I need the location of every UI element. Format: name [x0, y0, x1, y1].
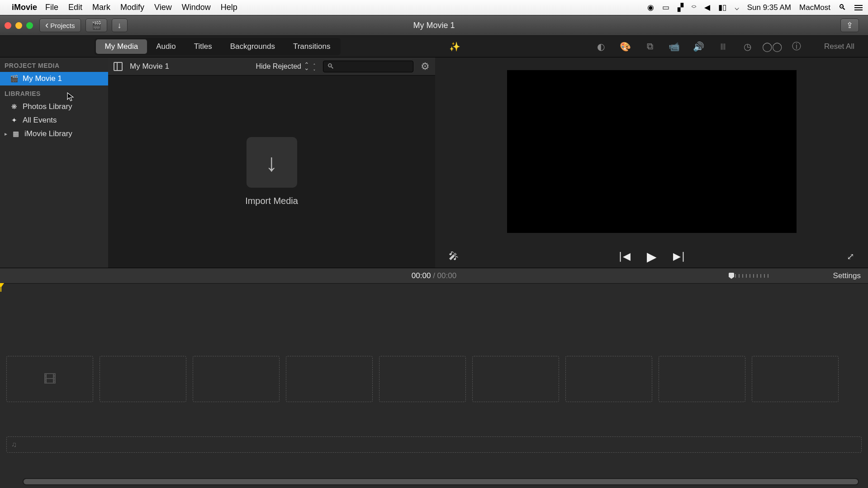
star-icon: ✦	[10, 116, 18, 124]
clock[interactable]: Sun 9:35 AM	[747, 3, 791, 12]
time-separator: /	[431, 271, 437, 280]
tab-titles[interactable]: Titles	[185, 39, 221, 54]
clapperboard-icon: 🎬	[91, 20, 101, 30]
app-menu[interactable]: iMovie	[12, 3, 37, 12]
clip-filter-dropdown[interactable]: Hide Rejected ⌃⌄	[256, 62, 316, 71]
flower-icon: ❋	[10, 103, 18, 111]
photos-icon[interactable]: ▞	[678, 3, 683, 12]
next-frame-button[interactable]: ▶∣	[673, 251, 686, 262]
volume-icon[interactable]: ◀	[704, 3, 710, 12]
menu-file[interactable]: File	[45, 3, 58, 12]
play-button[interactable]: ▶	[647, 249, 657, 264]
sidebar-item-photos-library[interactable]: ❋ Photos Library	[0, 100, 108, 114]
microphone-icon: 🎤︎	[449, 251, 459, 262]
clapperboard-icon: 🎬	[10, 75, 18, 83]
voiceover-button[interactable]: 🎤︎	[449, 251, 459, 262]
empty-clip-placeholder[interactable]	[752, 356, 839, 402]
adjustment-toolbar: ✨ ◐ 🎨 ⧉ 📹 🔊 ⫼ ◷ ◯◯ ⓘ Reset All	[435, 41, 868, 52]
stabilization-icon[interactable]: 📹	[669, 41, 680, 52]
record-icon[interactable]: ◉	[647, 3, 654, 12]
main-area: PROJECT MEDIA 🎬 My Movie 1 LIBRARIES ❋ P…	[0, 57, 868, 268]
fullscreen-button[interactable]: ⤢	[847, 251, 854, 262]
color-correction-icon[interactable]: 🎨	[620, 41, 631, 52]
crop-icon[interactable]: ⧉	[644, 41, 656, 52]
sidebar-item-imovie-library[interactable]: ▦ iMovie Library	[0, 127, 108, 141]
import-media-button[interactable]: ↓ Import Media	[245, 137, 298, 206]
filter-label: Hide Rejected	[256, 62, 302, 71]
reset-all-button[interactable]: Reset All	[824, 42, 854, 51]
wifi-icon[interactable]: ⌵	[735, 3, 739, 12]
empty-clip-placeholder[interactable]	[659, 356, 745, 402]
menu-edit[interactable]: Edit	[68, 3, 82, 12]
empty-clip-placeholder[interactable]	[100, 356, 186, 402]
timeline-settings-button[interactable]: Settings	[833, 271, 861, 280]
zoom-slider[interactable]	[729, 273, 768, 279]
noise-reduction-icon[interactable]: ⫼	[717, 41, 729, 52]
clip-filter-icon[interactable]: ◯◯	[766, 41, 778, 52]
timeline[interactable]: 🎞 ♫	[0, 284, 868, 488]
menu-window[interactable]: Window	[182, 3, 211, 12]
color-balance-icon[interactable]: ◐	[595, 41, 607, 52]
sidebar-item-all-events[interactable]: ✦ All Events	[0, 114, 108, 127]
tab-my-media[interactable]: My Media	[96, 39, 147, 54]
tab-audio[interactable]: Audio	[147, 39, 185, 54]
volume-adjust-icon[interactable]: 🔊	[693, 41, 705, 52]
search-input[interactable]: 🔍︎	[323, 61, 413, 72]
empty-clip-placeholder[interactable]	[193, 356, 280, 402]
expand-icon: ⤢	[847, 251, 854, 261]
sidebar-toggle-icon[interactable]	[114, 62, 123, 71]
minimize-window-button[interactable]	[15, 22, 22, 29]
bluetooth-icon[interactable]: ⌔	[692, 3, 696, 12]
tab-transitions[interactable]: Transitions	[284, 39, 340, 54]
spotlight-icon[interactable]: 🔍︎	[839, 3, 846, 12]
menu-modify[interactable]: Modify	[120, 3, 144, 12]
playhead[interactable]	[0, 284, 1, 292]
settings-gear-icon[interactable]: ⚙	[421, 61, 430, 72]
share-icon: ⇪	[846, 20, 853, 30]
speed-icon[interactable]: ◷	[742, 41, 754, 52]
close-window-button[interactable]	[5, 22, 11, 29]
menu-mark[interactable]: Mark	[92, 3, 110, 12]
tab-backgrounds[interactable]: Backgrounds	[221, 39, 284, 54]
music-note-icon: ♫	[11, 441, 17, 449]
audio-track[interactable]: ♫	[6, 436, 862, 453]
zoom-thumb[interactable]	[729, 273, 734, 279]
window-controls	[5, 22, 33, 29]
enhance-icon[interactable]: ✨	[449, 41, 460, 52]
prev-frame-button[interactable]: ∣◀	[618, 251, 631, 262]
display-icon[interactable]: ▭	[662, 3, 669, 12]
playback-controls: 🎤︎ ∣◀ ▶ ▶∣ ⤢	[435, 245, 868, 268]
browser-title: My Movie 1	[130, 62, 169, 71]
grid-icon: ▦	[12, 130, 20, 138]
empty-clip-placeholder[interactable]: 🎞	[6, 356, 93, 402]
share-button[interactable]: ⇪	[840, 19, 859, 32]
empty-clip-placeholder[interactable]	[472, 356, 559, 402]
sidebar-item-label: My Movie 1	[23, 74, 62, 83]
sidebar-item-my-movie[interactable]: 🎬 My Movie 1	[0, 72, 108, 85]
menu-help[interactable]: Help	[221, 3, 237, 12]
video-track[interactable]: 🎞	[6, 356, 862, 402]
macos-menubar: iMovie File Edit Mark Modify View Window…	[0, 0, 868, 15]
scrollbar-thumb[interactable]	[24, 479, 858, 484]
fullscreen-window-button[interactable]	[26, 22, 33, 29]
search-icon: 🔍︎	[327, 62, 334, 71]
library-view-button[interactable]: 🎬	[85, 19, 107, 32]
empty-clip-placeholder[interactable]	[565, 356, 652, 402]
download-icon: ↓	[118, 21, 122, 30]
info-icon[interactable]: ⓘ	[791, 41, 802, 52]
projects-back-button[interactable]: Projects	[39, 19, 81, 32]
zoom-ticks	[735, 274, 768, 278]
horizontal-scrollbar[interactable]	[23, 478, 859, 485]
user-name[interactable]: MacMost	[799, 3, 830, 12]
empty-clip-placeholder[interactable]	[379, 356, 466, 402]
menu-view[interactable]: View	[154, 3, 172, 12]
media-tabs: My Media Audio Titles Backgrounds Transi…	[95, 38, 341, 55]
battery-icon[interactable]: ▮▯	[718, 3, 726, 12]
browser-header: My Movie 1 Hide Rejected ⌃⌄ 🔍︎ ⚙	[108, 57, 435, 76]
sidebar-item-label: iMovie Library	[24, 129, 72, 138]
empty-clip-placeholder[interactable]	[286, 356, 373, 402]
import-button[interactable]: ↓	[112, 19, 128, 32]
projects-label: Projects	[50, 22, 75, 29]
notification-center-icon[interactable]	[854, 5, 863, 10]
timeline-header: 00:00 / 00:00 Settings	[0, 268, 868, 284]
